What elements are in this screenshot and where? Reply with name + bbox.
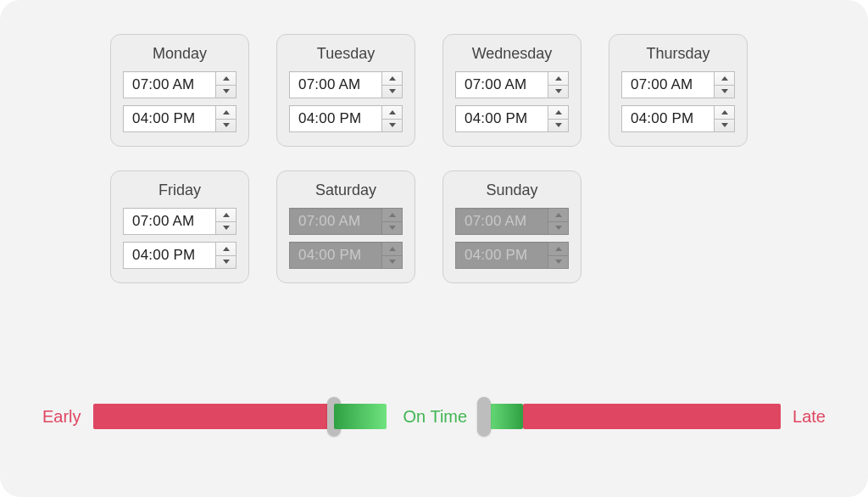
spin-down-button[interactable] <box>715 86 734 98</box>
chevron-up-icon <box>721 76 728 81</box>
day-card-monday: Monday 07:00 AM 04:00 PM <box>110 34 249 147</box>
time-spinner <box>381 106 402 131</box>
spin-down-button[interactable] <box>216 256 236 269</box>
spin-up-button <box>548 243 568 256</box>
end-time-field[interactable]: 04:00 PM <box>621 105 735 132</box>
spin-up-button[interactable] <box>715 106 734 120</box>
start-time-field[interactable]: 07:00 AM <box>621 71 735 98</box>
chevron-up-icon <box>223 213 230 217</box>
chevron-down-icon <box>389 89 396 93</box>
chevron-down-icon <box>555 123 562 127</box>
day-title: Monday <box>153 45 207 63</box>
spin-down-button[interactable] <box>216 86 236 98</box>
end-time-field[interactable]: 04:00 PM <box>455 105 569 132</box>
time-spinner <box>215 72 236 98</box>
day-title: Thursday <box>646 45 709 63</box>
spin-up-button <box>382 209 402 222</box>
end-time-field[interactable]: 04:00 PM <box>123 105 236 132</box>
time-spinner <box>548 106 568 131</box>
spin-down-button[interactable] <box>216 120 236 132</box>
time-spinner <box>548 72 568 98</box>
chevron-down-icon <box>555 89 562 93</box>
day-card-wednesday: Wednesday 07:00 AM 04:00 PM <box>442 34 581 147</box>
spin-up-button[interactable] <box>715 72 734 86</box>
late-track[interactable] <box>523 404 781 429</box>
chevron-up-icon <box>555 76 562 81</box>
start-time-value[interactable]: 07:00 AM <box>456 72 548 98</box>
start-time-value[interactable]: 07:00 AM <box>622 72 714 98</box>
chevron-up-icon <box>389 76 396 81</box>
chevron-down-icon <box>555 260 562 264</box>
spin-down-button <box>382 222 402 235</box>
day-card-saturday: Saturday 07:00 AM 04:00 PM <box>276 170 415 283</box>
end-time-value[interactable]: 04:00 PM <box>622 106 714 131</box>
time-spinner <box>215 106 236 131</box>
start-time-field[interactable]: 07:00 AM <box>123 208 236 235</box>
chevron-down-icon <box>389 123 396 127</box>
end-time-value[interactable]: 04:00 PM <box>124 243 215 268</box>
ontime-track-left[interactable] <box>334 404 387 429</box>
spin-down-button[interactable] <box>382 86 402 98</box>
spin-down-button[interactable] <box>715 120 734 132</box>
end-time-field[interactable]: 04:00 PM <box>289 105 403 132</box>
chevron-up-icon <box>721 110 728 114</box>
day-title: Wednesday <box>472 45 553 63</box>
chevron-down-icon <box>721 123 728 127</box>
spin-up-button[interactable] <box>216 209 236 222</box>
day-title: Tuesday <box>317 45 375 63</box>
chevron-up-icon <box>223 110 230 114</box>
schedule-panel: Monday 07:00 AM 04:00 PM Tuesday 07:00 <box>0 0 868 497</box>
chevron-up-icon <box>389 247 396 251</box>
start-time-value[interactable]: 07:00 AM <box>124 72 215 98</box>
time-spinner <box>548 209 568 234</box>
end-time-field: 04:00 PM <box>455 242 569 269</box>
start-time-value[interactable]: 07:00 AM <box>124 209 215 234</box>
spin-up-button[interactable] <box>548 72 568 86</box>
chevron-down-icon <box>555 226 562 230</box>
spin-down-button[interactable] <box>216 222 236 235</box>
start-time-field[interactable]: 07:00 AM <box>289 71 403 98</box>
spin-down-button[interactable] <box>548 86 568 98</box>
spin-up-button[interactable] <box>216 106 236 120</box>
end-time-field[interactable]: 04:00 PM <box>123 242 236 269</box>
spin-up-button[interactable] <box>216 72 236 86</box>
chevron-down-icon <box>721 89 728 93</box>
chevron-down-icon <box>223 260 230 264</box>
spin-up-button[interactable] <box>382 106 402 120</box>
early-track[interactable] <box>93 404 334 429</box>
chevron-up-icon <box>223 247 230 251</box>
spin-down-button <box>548 256 568 269</box>
time-spinner <box>215 243 236 268</box>
chevron-down-icon <box>389 260 396 264</box>
end-time-value[interactable]: 04:00 PM <box>124 106 215 131</box>
start-time-field[interactable]: 07:00 AM <box>455 71 569 98</box>
end-time-value[interactable]: 04:00 PM <box>290 106 381 131</box>
end-time-value: 04:00 PM <box>290 243 381 268</box>
spin-up-button[interactable] <box>548 106 568 120</box>
days-grid: Monday 07:00 AM 04:00 PM Tuesday 07:00 <box>110 34 805 283</box>
time-spinner <box>714 72 734 98</box>
start-time-value[interactable]: 07:00 AM <box>290 72 381 98</box>
chevron-up-icon <box>555 110 562 114</box>
start-time-field[interactable]: 07:00 AM <box>123 71 236 98</box>
chevron-up-icon <box>389 213 396 217</box>
day-card-thursday: Thursday 07:00 AM 04:00 PM <box>609 34 748 147</box>
spin-up-button[interactable] <box>382 72 402 86</box>
chevron-down-icon <box>389 226 396 230</box>
start-time-field: 07:00 AM <box>455 208 569 235</box>
late-label: Late <box>793 407 826 427</box>
punctuality-slider: Early On Time Late <box>42 397 826 436</box>
slider-thumb-right[interactable] <box>477 397 491 436</box>
chevron-down-icon <box>223 123 230 127</box>
chevron-up-icon <box>223 76 230 81</box>
spin-down-button[interactable] <box>548 120 568 132</box>
day-card-sunday: Sunday 07:00 AM 04:00 PM <box>442 170 581 283</box>
end-time-value[interactable]: 04:00 PM <box>456 106 548 131</box>
ontime-track-right[interactable] <box>484 404 523 429</box>
time-spinner <box>714 106 734 131</box>
spin-up-button[interactable] <box>216 243 236 256</box>
spin-down-button[interactable] <box>382 120 402 132</box>
chevron-up-icon <box>555 213 562 217</box>
time-spinner <box>215 209 236 234</box>
chevron-up-icon <box>389 110 396 114</box>
